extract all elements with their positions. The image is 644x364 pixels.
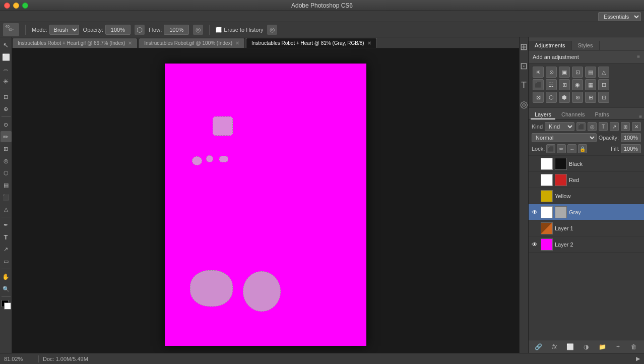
adj-levels-icon[interactable]: ⬢ xyxy=(559,92,570,103)
layer-row-1[interactable]: Layer 1 xyxy=(529,220,644,236)
opacity-icon[interactable]: ⬡ xyxy=(135,25,145,35)
adj-hdr-icon[interactable]: ⊞ xyxy=(585,92,596,103)
opacity-input[interactable]: 100% xyxy=(105,25,131,35)
adj-hsl-icon[interactable]: ▤ xyxy=(585,67,596,78)
tab-layers[interactable]: Layers xyxy=(531,110,555,119)
flow-input[interactable]: 100% xyxy=(164,25,189,35)
workspace-selector[interactable]: Essentials xyxy=(598,12,641,21)
mode-select[interactable]: Brush xyxy=(49,25,79,35)
lock-all-btn[interactable]: 🔒 xyxy=(578,144,587,153)
layer-mask-btn[interactable]: ⬜ xyxy=(565,342,575,352)
gradient-tool[interactable]: ▤ xyxy=(1,179,12,191)
tab-paths[interactable]: Paths xyxy=(591,110,613,119)
layer-fx-btn[interactable]: fx xyxy=(549,342,559,352)
hand-tool[interactable]: ✋ xyxy=(1,271,12,282)
layer-row-red[interactable]: Red xyxy=(529,172,644,188)
tab-2-close[interactable]: ✕ xyxy=(367,40,371,46)
tab-0-close[interactable]: ✕ xyxy=(128,40,132,46)
adj-brightness-icon[interactable]: ☀ xyxy=(533,67,544,78)
layer-red-visibility[interactable] xyxy=(531,176,539,184)
delete-layer-btn[interactable]: 🗑 xyxy=(629,342,639,352)
minimize-button[interactable] xyxy=(13,3,19,9)
adj-gradient-map-icon[interactable]: ⊠ xyxy=(533,92,544,103)
layer-yellow-visibility[interactable] xyxy=(531,192,539,200)
adj-posterize-icon[interactable]: ▦ xyxy=(585,79,596,90)
layer-group-btn[interactable]: 📁 xyxy=(597,342,607,352)
tab-1[interactable]: Instructables Robot.gif @ 100% (Index) ✕ xyxy=(139,38,245,48)
close-button[interactable] xyxy=(4,3,10,9)
lock-image-btn[interactable]: ✏ xyxy=(557,144,566,153)
window-controls[interactable] xyxy=(4,3,28,9)
adj-threshold-icon[interactable]: ⊟ xyxy=(598,79,609,90)
eraser-tool[interactable]: ⬡ xyxy=(1,167,12,178)
layer-2-visibility[interactable]: 👁 xyxy=(531,240,539,249)
tab-2[interactable]: Instructables Robot + Heart @ 81% (Gray,… xyxy=(246,38,377,48)
timeline-icon[interactable]: T xyxy=(520,78,528,93)
erase-to-history-option[interactable]: Erase to History xyxy=(216,27,263,33)
adj-invert-icon[interactable]: ◉ xyxy=(572,79,583,90)
adj-exposure-icon[interactable]: ▣ xyxy=(559,67,570,78)
layer-row-gray[interactable]: 👁 Gray xyxy=(529,204,644,220)
tab-channels[interactable]: Channels xyxy=(557,110,589,119)
dodge-tool[interactable]: △ xyxy=(1,204,12,215)
crop-tool[interactable]: ⊡ xyxy=(1,91,12,102)
foreground-color[interactable] xyxy=(1,299,12,310)
lasso-tool[interactable]: ⌓ xyxy=(1,64,12,75)
layer-black-visibility[interactable] xyxy=(531,160,539,168)
type-tool[interactable]: T xyxy=(1,231,12,242)
tab-1-close[interactable]: ✕ xyxy=(235,40,239,46)
history-brush-tool[interactable]: ◎ xyxy=(1,155,12,166)
move-tool[interactable]: ↖ xyxy=(1,39,12,50)
marquee-tool[interactable]: ⬜ xyxy=(1,51,12,63)
zoom-tool[interactable]: 🔍 xyxy=(1,283,12,294)
kind-select[interactable]: Kind xyxy=(545,122,574,131)
clone-stamp-tool[interactable]: ⊞ xyxy=(1,143,12,154)
adj-match-icon[interactable]: ⊡ xyxy=(598,92,609,103)
blend-mode-select[interactable]: Normal xyxy=(532,133,597,142)
tab-styles[interactable]: Styles xyxy=(572,41,600,50)
layer-1-visibility[interactable] xyxy=(531,224,539,232)
adj-shadows-icon[interactable]: ⊛ xyxy=(572,92,583,103)
eyedropper-tool[interactable]: ⊕ xyxy=(1,103,12,114)
adj-bw-icon[interactable]: ⬛ xyxy=(533,79,544,90)
shape-tool[interactable]: ▭ xyxy=(1,256,12,267)
heal-brush-tool[interactable]: ⊙ xyxy=(1,119,12,130)
layer-row-2[interactable]: 👁 Layer 2 xyxy=(529,236,644,253)
layer-row-yellow[interactable]: Yellow xyxy=(529,188,644,204)
layer-row-black[interactable]: Black xyxy=(529,156,644,172)
adj-curves-icon[interactable]: ⊙ xyxy=(546,67,557,78)
canvas-area[interactable] xyxy=(12,48,519,353)
mini-bridge-icon[interactable]: ⊡ xyxy=(520,58,528,74)
layers-collapse-icon[interactable]: ≡ xyxy=(639,114,642,119)
adj-colorbalance-icon[interactable]: △ xyxy=(598,67,609,78)
brush-tool-icon[interactable]: ✏ 40 xyxy=(3,23,19,36)
airbrush-icon[interactable]: ◎ xyxy=(193,25,203,35)
adj-photo-filter-icon[interactable]: ☵ xyxy=(546,79,557,90)
status-arrow[interactable]: ▶ xyxy=(636,355,640,362)
lock-position-btn[interactable]: ↔ xyxy=(567,144,576,153)
filter-pixel-icon[interactable]: ⬛ xyxy=(576,122,586,131)
layer-opacity-input[interactable]: 100% xyxy=(621,133,641,142)
filter-type-icon[interactable]: T xyxy=(599,122,608,131)
brush-tool[interactable]: ✏ xyxy=(1,131,12,142)
path-selection-tool[interactable]: ↗ xyxy=(1,244,12,255)
filter-smart-icon[interactable]: ⊞ xyxy=(621,122,630,131)
pen-tool[interactable]: ✒ xyxy=(1,219,12,230)
adj-channel-mix-icon[interactable]: ⊞ xyxy=(559,79,570,90)
filter-shape-icon[interactable]: ↗ xyxy=(610,122,619,131)
3d-panel-icon[interactable]: ⊞ xyxy=(520,39,528,54)
filter-adjust-icon[interactable]: ◎ xyxy=(588,122,597,131)
quick-select-tool[interactable]: ✳ xyxy=(1,76,12,87)
adj-selective-color-icon[interactable]: ⬡ xyxy=(546,92,557,103)
lock-transparent-btn[interactable]: ⬛ xyxy=(546,144,555,153)
erase-to-history-checkbox[interactable] xyxy=(216,27,222,33)
maximize-button[interactable] xyxy=(22,3,28,9)
notes-icon[interactable]: ◎ xyxy=(520,97,528,112)
blur-tool[interactable]: ⬛ xyxy=(1,192,12,203)
adj-collapse-icon[interactable]: ≡ xyxy=(637,54,640,59)
filter-close-icon[interactable]: ✕ xyxy=(632,122,641,131)
tab-adjustments[interactable]: Adjustments xyxy=(529,41,572,50)
history-icon[interactable]: ◎ xyxy=(267,25,277,35)
tab-0[interactable]: Instructables Robot + Heart.gif @ 66.7% … xyxy=(12,38,138,48)
adj-vibrance-icon[interactable]: ⊡ xyxy=(572,67,583,78)
